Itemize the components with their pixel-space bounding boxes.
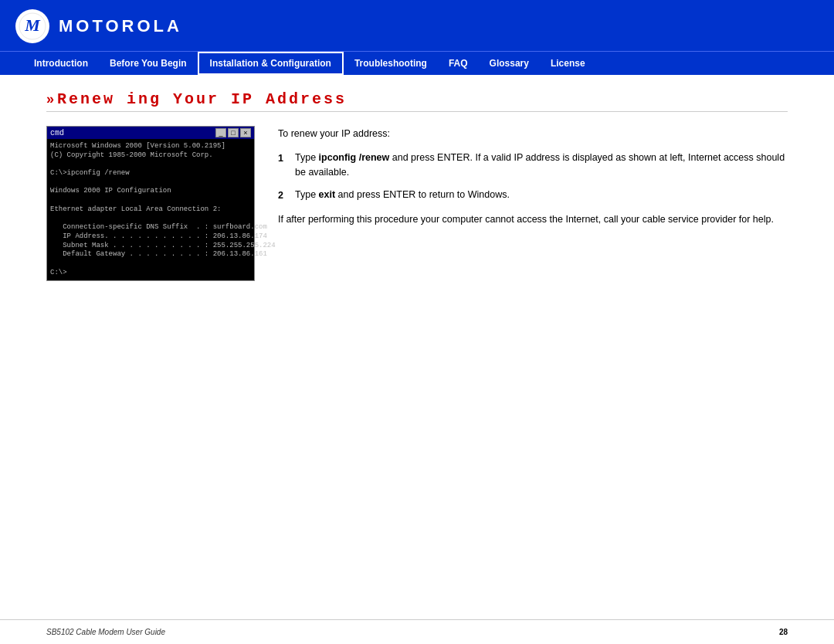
- nav-glossary[interactable]: Glossary: [479, 52, 540, 75]
- title-bullets: »: [46, 91, 53, 107]
- step-item-1: 1 Type ipconfig /renew and press ENTER. …: [278, 151, 788, 180]
- nav-introduction[interactable]: Introduction: [23, 52, 99, 75]
- step-text-1: Type ipconfig /renew and press ENTER. If…: [295, 151, 788, 180]
- step-num-1: 1: [278, 151, 289, 166]
- nav-license[interactable]: License: [540, 52, 596, 75]
- cmd-titlebar: cmd _ □ ×: [47, 127, 254, 139]
- footer: SB5102 Cable Modem User Guide 28: [0, 619, 834, 644]
- footer-guide-text: SB5102 Cable Modem User Guide: [46, 628, 165, 636]
- cmd-window: cmd _ □ × Microsoft Windows 2000 [Versio…: [46, 126, 255, 281]
- cmd-maximize-button[interactable]: □: [228, 128, 239, 137]
- nav-installation-config[interactable]: Installation & Configuration: [198, 52, 344, 75]
- nav-troubleshooting[interactable]: Troubleshooting: [344, 52, 438, 75]
- nav-faq[interactable]: FAQ: [438, 52, 479, 75]
- step-text-2: Type exit and press ENTER to return to W…: [295, 188, 510, 202]
- step-list: 1 Type ipconfig /renew and press ENTER. …: [278, 151, 788, 203]
- nav-before-you-begin[interactable]: Before You Begin: [99, 52, 198, 75]
- header-bar: M MOTOROLA: [0, 0, 834, 51]
- cmd-close-button[interactable]: ×: [240, 128, 251, 137]
- after-steps-text: If after performing this procedure your …: [278, 212, 788, 227]
- motorola-logo-area: M MOTOROLA: [15, 9, 182, 43]
- step-item-2: 2 Type exit and press ENTER to return to…: [278, 188, 788, 203]
- footer-page-num: 28: [779, 628, 788, 636]
- motorola-badge: M: [15, 9, 49, 43]
- nav-bar: Introduction Before You Begin Installati…: [0, 51, 834, 75]
- step-num-2: 2: [278, 188, 289, 203]
- cmd-body: Microsoft Windows 2000 [Version 5.00.219…: [47, 139, 254, 280]
- motorola-wordmark: MOTOROLA: [59, 16, 182, 36]
- cmd-title: cmd: [50, 129, 64, 137]
- cmd-controls: _ □ ×: [215, 128, 251, 137]
- page-wrapper: M MOTOROLA Introduction Before You Begin…: [0, 0, 834, 644]
- motorola-m-icon: M: [19, 12, 46, 40]
- page-title: Renew ing Your IP Address: [57, 90, 347, 108]
- intro-line: To renew your IP address:: [278, 126, 788, 141]
- content-body: cmd _ □ × Microsoft Windows 2000 [Versio…: [46, 126, 788, 281]
- svg-text:M: M: [24, 15, 41, 35]
- text-area: To renew your IP address: 1 Type ipconfi…: [278, 126, 788, 226]
- cmd-minimize-button[interactable]: _: [215, 128, 226, 137]
- main-content: » Renew ing Your IP Address cmd _ □ × Mi…: [0, 75, 834, 619]
- page-title-section: » Renew ing Your IP Address: [46, 90, 788, 112]
